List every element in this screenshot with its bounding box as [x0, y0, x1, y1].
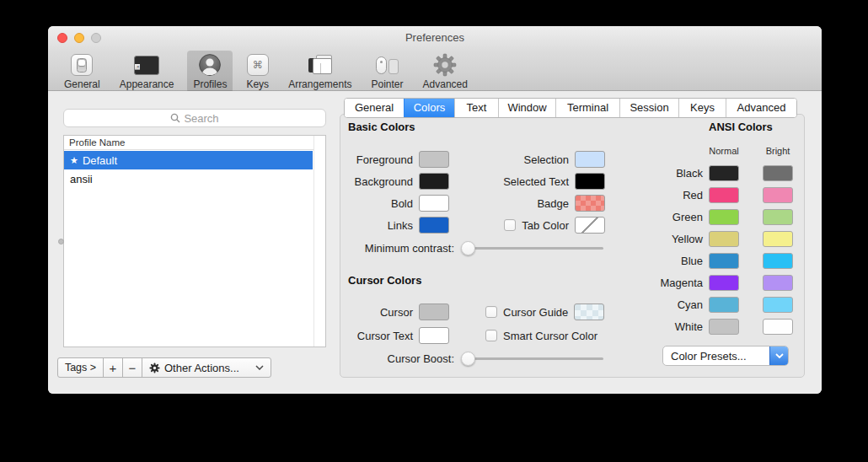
- remove-profile-button[interactable]: −: [122, 357, 142, 378]
- search-input[interactable]: Search: [63, 109, 326, 127]
- profile-row-ansii[interactable]: ansii: [64, 169, 313, 188]
- toolbar-item-pointer[interactable]: Pointer: [366, 51, 410, 93]
- toolbar-item-advanced[interactable]: Advanced: [417, 51, 474, 93]
- zoom-button[interactable]: [91, 33, 101, 43]
- toolbar-item-label: Keys: [246, 78, 269, 90]
- window-edge-handle[interactable]: [58, 239, 64, 244]
- tab-session[interactable]: Session: [619, 99, 678, 117]
- ansi-color-label: Yellow: [619, 231, 703, 247]
- advanced-gear-icon: [433, 53, 457, 77]
- tab-color-color-well[interactable]: [575, 217, 605, 234]
- slider-knob[interactable]: [461, 241, 475, 255]
- magenta-normal-color-well[interactable]: [709, 275, 739, 291]
- cursor-guide-checkbox[interactable]: [485, 306, 497, 318]
- tab-keys[interactable]: Keys: [678, 99, 726, 117]
- window-title: Preferences: [48, 26, 822, 50]
- toolbar-item-profiles[interactable]: Profiles: [187, 51, 233, 93]
- toolbar-item-label: Appearance: [120, 78, 174, 90]
- toolbar-item-arrangements[interactable]: Arrangements: [282, 51, 357, 93]
- black-normal-color-well[interactable]: [709, 165, 739, 181]
- desktop-background: Preferences General × Appearance Profile…: [0, 0, 868, 462]
- yellow-normal-color-well[interactable]: [709, 231, 739, 247]
- tab-color-checkbox[interactable]: [504, 219, 516, 231]
- badge-color-well[interactable]: [575, 195, 605, 212]
- green-normal-color-well[interactable]: [709, 209, 739, 225]
- toolbar-item-appearance[interactable]: × Appearance: [114, 51, 180, 93]
- add-profile-button[interactable]: +: [103, 357, 123, 378]
- slider-track: [463, 247, 603, 250]
- window-content: Search Profile Name ★ Default ansii Tags…: [48, 91, 822, 394]
- tab-terminal[interactable]: Terminal: [555, 99, 619, 117]
- colors-panel: Basic Colors Foreground Background Bold …: [340, 114, 805, 378]
- black-bright-color-well[interactable]: [763, 165, 793, 181]
- profile-list: Profile Name ★ Default ansii: [63, 135, 326, 347]
- check-label: Smart Cursor Color: [503, 330, 597, 342]
- smart-cursor-color-checkbox[interactable]: [485, 330, 497, 341]
- cyan-normal-color-well[interactable]: [709, 297, 739, 313]
- toolbar-item-label: General: [64, 78, 100, 90]
- green-bright-color-well[interactable]: [763, 209, 793, 225]
- color-label: Background: [355, 175, 413, 188]
- tags-button[interactable]: Tags >: [57, 357, 104, 378]
- color-label: Foreground: [356, 153, 413, 166]
- chevron-down-icon: [775, 353, 784, 358]
- toolbar-item-label: Advanced: [423, 78, 468, 90]
- blue-bright-color-well[interactable]: [763, 253, 793, 269]
- ansi-color-label: Blue: [619, 253, 703, 269]
- profile-row-default[interactable]: ★ Default: [64, 151, 313, 169]
- check-row-smart-cursor-color: Smart Cursor Color: [485, 327, 597, 344]
- close-button[interactable]: [57, 33, 67, 43]
- minimize-button[interactable]: [74, 33, 84, 43]
- slider-track: [463, 357, 603, 360]
- pointer-mouse-icon: [376, 56, 399, 74]
- cyan-bright-color-well[interactable]: [763, 297, 793, 313]
- color-label: Selection: [524, 153, 569, 166]
- tab-advanced[interactable]: Advanced: [726, 99, 796, 117]
- tab-general[interactable]: General: [345, 99, 404, 117]
- settings-tabbar: GeneralColorsTextWindowTerminalSessionKe…: [344, 98, 797, 118]
- dropdown-cap: [769, 346, 788, 366]
- ansi-bright-header: Bright: [763, 146, 793, 156]
- cursor-color-well[interactable]: [419, 304, 449, 320]
- selected-text-color-well[interactable]: [575, 173, 605, 190]
- tab-text[interactable]: Text: [454, 99, 498, 117]
- profile-row-label: Default: [83, 154, 117, 167]
- blue-normal-color-well[interactable]: [709, 253, 739, 269]
- cursor-boost-slider[interactable]: [463, 350, 603, 367]
- profile-row-label: ansii: [70, 173, 93, 185]
- cursor-guide-color-well[interactable]: [574, 304, 604, 320]
- white-bright-color-well[interactable]: [763, 319, 793, 335]
- white-normal-color-well[interactable]: [709, 319, 739, 335]
- color-presets-label: Color Presets...: [663, 350, 769, 363]
- check-label: Cursor Guide: [503, 306, 568, 319]
- tab-window[interactable]: Window: [498, 99, 555, 117]
- toolbar-item-label: Pointer: [372, 78, 404, 90]
- minimum-contrast-slider[interactable]: [463, 239, 603, 256]
- ansi-color-label: Black: [619, 165, 703, 181]
- other-actions-label: Other Actions...: [164, 362, 239, 374]
- color-row-badge: Badge: [425, 195, 605, 212]
- red-bright-color-well[interactable]: [763, 187, 793, 203]
- toolbar-item-keys[interactable]: ⌘ Keys: [240, 51, 275, 93]
- appearance-window-icon: ×: [134, 56, 159, 75]
- search-placeholder: Search: [184, 112, 218, 125]
- profile-list-rows: ★ Default ansii: [64, 151, 313, 346]
- color-label: Links: [388, 219, 413, 232]
- toolbar-items: General × Appearance Profiles ⌘ Keys Arr…: [48, 49, 822, 91]
- other-actions-button[interactable]: Other Actions...: [142, 357, 271, 378]
- toolbar-item-general[interactable]: General: [58, 51, 106, 93]
- selection-color-well[interactable]: [575, 151, 605, 168]
- window-header: Preferences General × Appearance Profile…: [48, 26, 822, 91]
- minimum-contrast-row: Minimum contrast:: [340, 239, 619, 256]
- tab-colors[interactable]: Colors: [404, 99, 454, 117]
- check-row-cursor-guide: Cursor Guide: [485, 304, 604, 320]
- titlebar[interactable]: Preferences: [48, 26, 822, 49]
- color-row-cursor-text: Cursor Text: [340, 327, 449, 344]
- slider-knob[interactable]: [461, 352, 475, 366]
- red-normal-color-well[interactable]: [709, 187, 739, 203]
- star-icon: ★: [70, 155, 78, 166]
- color-presets-dropdown[interactable]: Color Presets...: [662, 346, 789, 366]
- cursor-text-color-well[interactable]: [419, 327, 449, 344]
- magenta-bright-color-well[interactable]: [763, 275, 793, 291]
- yellow-bright-color-well[interactable]: [763, 231, 793, 247]
